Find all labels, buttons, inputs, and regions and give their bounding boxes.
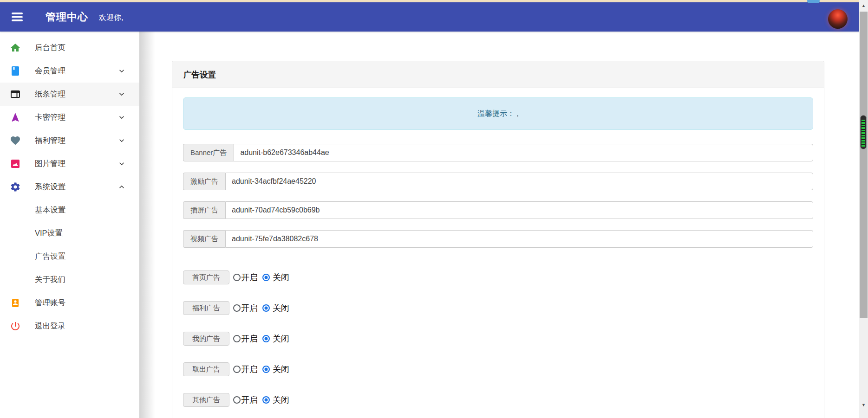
chevron-down-icon (117, 66, 126, 76)
sidebar-item-label: 福利管理 (35, 135, 65, 146)
image-icon (10, 158, 21, 169)
sidebar-item-后台首页[interactable]: 后台首页 (0, 36, 139, 59)
chevron-up-icon (117, 182, 126, 192)
green-striped-scroll-indicator (860, 115, 867, 149)
hamburger-icon[interactable] (12, 11, 23, 23)
sidebar-item-管理账号[interactable]: 管理账号 (0, 291, 139, 315)
radio-option-text: 关闭 (273, 364, 289, 375)
input-label: 激励广告 (183, 173, 225, 190)
radio-option-开启[interactable]: 开启 (233, 302, 258, 314)
toggle-label: 其他广告 (183, 393, 229, 407)
radio-unchecked-icon[interactable] (233, 274, 241, 281)
sidebar-item-VIP设置[interactable]: VIP设置 (0, 222, 139, 245)
radio-checked-icon[interactable] (262, 366, 270, 373)
book-icon (10, 65, 21, 77)
toggle-label: 取出广告 (183, 362, 229, 376)
ad-input-row-视频广告: 视频广告 (183, 230, 813, 248)
ad-toggle-row-福利广告: 福利广告开启关闭 (183, 301, 813, 315)
radio-unchecked-icon[interactable] (233, 304, 241, 312)
radio-checked-icon[interactable] (262, 335, 270, 342)
radio-checked-icon[interactable] (262, 274, 270, 281)
sidebar-item-label: 图片管理 (35, 159, 65, 169)
radio-option-关闭[interactable]: 关闭 (262, 302, 289, 314)
ad-unit-input[interactable] (225, 230, 813, 248)
heart-icon (10, 135, 21, 146)
radio-option-text: 开启 (241, 302, 258, 314)
sidebar-item-纸条管理[interactable]: 纸条管理 (0, 83, 139, 106)
radio-option-开启[interactable]: 开启 (233, 364, 258, 375)
home-icon (10, 42, 21, 53)
sidebar-item-福利管理[interactable]: 福利管理 (0, 129, 139, 152)
main-content: 广告设置 温馨提示： , Banner广告激励广告插屏广告视频广告 首页广告开启… (139, 32, 859, 418)
info-alert: 温馨提示： , (183, 97, 813, 130)
ad-input-row-Banner广告: Banner广告 (183, 144, 813, 161)
radio-unchecked-icon[interactable] (233, 396, 241, 404)
ad-unit-input[interactable] (234, 144, 813, 161)
radio-unchecked-icon[interactable] (233, 335, 241, 342)
radio-checked-icon[interactable] (262, 304, 270, 312)
radio-option-关闭[interactable]: 关闭 (262, 394, 289, 405)
radio-option-关闭[interactable]: 关闭 (262, 333, 289, 344)
ad-settings-card: 广告设置 温馨提示： , Banner广告激励广告插屏广告视频广告 首页广告开启… (172, 61, 824, 418)
radio-option-text: 开启 (241, 364, 258, 375)
radio-option-开启[interactable]: 开启 (233, 272, 258, 283)
sidebar-item-label: 纸条管理 (35, 89, 65, 99)
ad-unit-input[interactable] (225, 201, 813, 219)
sidebar-item-基本设置[interactable]: 基本设置 (0, 199, 139, 222)
user-avatar[interactable] (828, 9, 848, 29)
radio-option-text: 关闭 (273, 302, 289, 314)
card-header: 广告设置 (172, 61, 824, 88)
radio-option-text: 关闭 (273, 394, 289, 405)
ad-toggle-row-首页广告: 首页广告开启关闭 (183, 270, 813, 284)
input-label: 插屏广告 (183, 201, 225, 219)
web-icon (10, 89, 21, 100)
scrollbar-up-arrow-icon[interactable]: ▲ (859, 3, 868, 8)
ad-toggle-row-其他广告: 其他广告开启关闭 (183, 393, 813, 407)
sidebar-item-label: 系统设置 (35, 182, 65, 192)
sidebar-item-图片管理[interactable]: 图片管理 (0, 152, 139, 175)
sidebar-item-卡密管理[interactable]: 卡密管理 (0, 106, 139, 129)
navigation-icon (10, 112, 21, 123)
input-label: Banner广告 (183, 144, 234, 161)
page-title: 广告设置 (183, 69, 216, 80)
sidebar-item-label: 卡密管理 (35, 112, 65, 122)
sidebar-item-会员管理[interactable]: 会员管理 (0, 59, 139, 83)
page-scrollbar[interactable]: ▲ ▼ (859, 0, 868, 418)
card-body: 温馨提示： , Banner广告激励广告插屏广告视频广告 首页广告开启关闭福利广… (172, 88, 824, 407)
radio-option-text: 开启 (241, 333, 258, 344)
radio-option-text: 开启 (241, 394, 258, 405)
app-title: 管理中心 (46, 10, 88, 24)
sidebar-item-广告设置[interactable]: 广告设置 (0, 245, 139, 268)
radio-unchecked-icon[interactable] (233, 366, 241, 373)
sidebar-item-label: 基本设置 (35, 205, 65, 215)
radio-option-text: 关闭 (273, 272, 289, 283)
radio-option-关闭[interactable]: 关闭 (262, 364, 289, 375)
radio-option-text: 关闭 (273, 333, 289, 344)
scrollbar-thumb[interactable] (860, 12, 868, 318)
sidebar-item-关于我们[interactable]: 关于我们 (0, 268, 139, 291)
radio-checked-icon[interactable] (262, 396, 270, 404)
scrollbar-down-arrow-icon[interactable]: ▼ (859, 403, 868, 407)
sidebar-item-label: 关于我们 (35, 275, 65, 285)
sidebar-item-系统设置[interactable]: 系统设置 (0, 175, 139, 199)
browser-top-strip (0, 0, 859, 2)
ad-toggle-row-取出广告: 取出广告开启关闭 (183, 362, 813, 376)
ad-unit-input[interactable] (225, 173, 813, 190)
sidebar-nav: 后台首页会员管理纸条管理卡密管理福利管理图片管理系统设置基本设置VIP设置广告设… (0, 32, 139, 418)
chevron-down-icon (117, 136, 126, 145)
ad-input-row-激励广告: 激励广告 (183, 173, 813, 190)
sidebar-item-label: 广告设置 (35, 251, 65, 262)
sidebar-item-label: 会员管理 (35, 66, 65, 76)
sidebar-item-退出登录[interactable]: 退出登录 (0, 315, 139, 338)
ad-toggle-rows: 首页广告开启关闭福利广告开启关闭我的广告开启关闭取出广告开启关闭其他广告开启关闭 (183, 270, 813, 407)
toggle-label: 我的广告 (183, 332, 229, 346)
ad-input-row-插屏广告: 插屏广告 (183, 201, 813, 219)
radio-option-开启[interactable]: 开启 (233, 394, 258, 405)
sidebar-item-label: 退出登录 (35, 321, 65, 331)
radio-option-关闭[interactable]: 关闭 (262, 272, 289, 283)
chevron-down-icon (117, 113, 126, 122)
sidebar-item-label: VIP设置 (35, 228, 63, 238)
radio-option-开启[interactable]: 开启 (233, 333, 258, 344)
top-header: 管理中心 欢迎你, (0, 2, 859, 32)
account-icon (10, 297, 21, 309)
